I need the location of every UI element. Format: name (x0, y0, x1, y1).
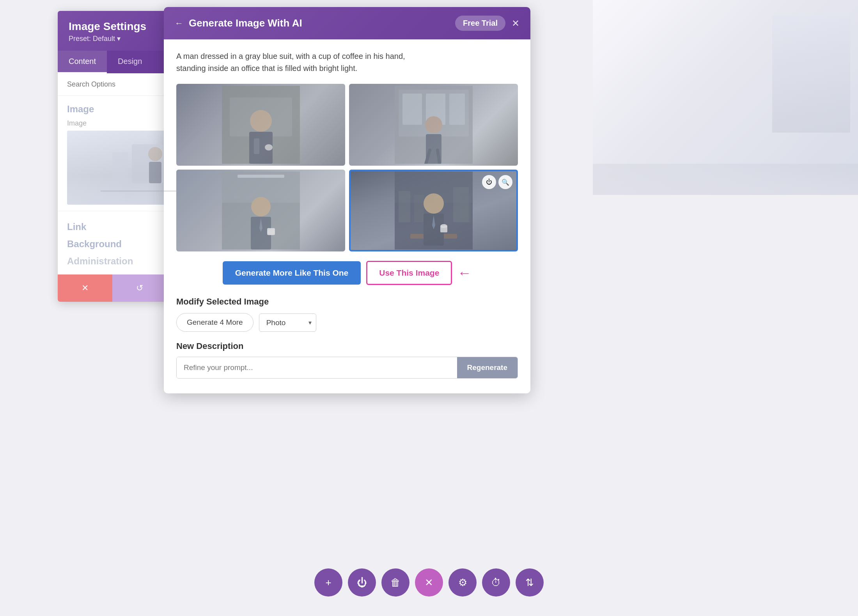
image-4-illustration (395, 172, 473, 250)
image-2-illustration (395, 86, 473, 164)
photo-select-wrapper: Photo Illustration Abstract Realistic (259, 313, 316, 332)
svg-rect-15 (449, 94, 465, 125)
toolbar-delete-button[interactable]: 🗑 (381, 568, 410, 597)
back-button[interactable]: ← (175, 18, 183, 28)
new-desc-input[interactable] (177, 357, 457, 378)
toolbar-history-button[interactable]: ⏱ (482, 568, 510, 597)
modify-section: Modify Selected Image Generate 4 More Ph… (176, 297, 518, 332)
sidebar-preset[interactable]: Preset: Default ▾ (69, 34, 146, 43)
svg-point-16 (425, 116, 442, 133)
prompt-text: A man dressed in a gray blue suit, with … (176, 50, 518, 74)
action-buttons-row: Generate More Like This One Use This Ima… (176, 261, 518, 285)
svg-point-23 (251, 197, 271, 216)
tab-content[interactable]: Content (58, 51, 107, 73)
selected-image-icons: ⏻ 🔍 (482, 175, 512, 189)
modal-header-left: ← Generate Image With AI (175, 17, 302, 29)
tab-design[interactable]: Design (107, 51, 153, 73)
svg-rect-30 (399, 191, 410, 222)
photo-type-select[interactable]: Photo Illustration Abstract Realistic (259, 313, 316, 332)
svg-point-10 (265, 144, 273, 150)
generate-4-button[interactable]: Generate 4 More (176, 313, 254, 332)
modal-close-button[interactable]: ✕ (512, 19, 519, 28)
image-cell-3[interactable] (176, 170, 345, 251)
image-cell-4[interactable]: ⏻ 🔍 (349, 170, 518, 251)
toolbar-settings-button[interactable]: ⚙ (448, 568, 477, 597)
svg-rect-33 (461, 193, 471, 222)
new-description-section: New Description Regenerate (176, 341, 518, 379)
use-image-button[interactable]: Use This Image (366, 261, 452, 285)
free-trial-badge[interactable]: Free Trial (455, 16, 505, 31)
toolbar-close-button[interactable]: ✕ (415, 568, 443, 597)
background-image-area (593, 0, 858, 195)
svg-rect-9 (254, 138, 259, 154)
modal-body: A man dressed in a gray blue suit, with … (164, 39, 530, 393)
toolbar-power-button[interactable]: ⏻ (348, 568, 376, 597)
modal-header: ← Generate Image With AI Free Trial ✕ (164, 7, 530, 39)
image-cell-3-inner (176, 170, 345, 251)
ai-generate-modal: ← Generate Image With AI Free Trial ✕ A … (164, 7, 530, 393)
svg-rect-31 (414, 195, 424, 222)
generate-more-button[interactable]: Generate More Like This One (223, 261, 361, 285)
svg-rect-1 (112, 152, 128, 183)
image-3-illustration (222, 172, 300, 250)
power-icon-btn[interactable]: ⏻ (482, 175, 496, 189)
svg-line-19 (438, 150, 440, 164)
sidebar-title: Image Settings (69, 20, 146, 33)
regenerate-button[interactable]: Regenerate (457, 357, 518, 378)
svg-rect-3 (149, 162, 161, 183)
svg-rect-13 (402, 94, 422, 125)
svg-rect-22 (238, 175, 284, 178)
building-decoration (772, 16, 850, 133)
image-grid: ⏻ 🔍 (176, 84, 518, 251)
new-desc-row: Regenerate (176, 357, 518, 379)
modal-title: Generate Image With AI (189, 17, 302, 29)
sidebar-title-group: Image Settings Preset: Default ▾ (69, 20, 146, 43)
bottom-toolbar: + ⏻ 🗑 ✕ ⚙ ⏱ ⇅ (314, 568, 544, 597)
svg-point-7 (250, 110, 272, 132)
new-desc-title: New Description (176, 341, 518, 351)
svg-point-2 (148, 147, 162, 161)
zoom-icon-btn[interactable]: 🔍 (498, 175, 512, 189)
modal-header-right: Free Trial ✕ (455, 16, 519, 31)
image-cell-2-inner (349, 84, 518, 166)
svg-point-39 (440, 224, 447, 228)
arrow-indicator: ← (457, 266, 472, 280)
floor-decoration (593, 164, 858, 195)
modify-controls: Generate 4 More Photo Illustration Abstr… (176, 313, 518, 332)
undo-button[interactable]: ↺ (112, 274, 167, 302)
svg-rect-27 (267, 228, 275, 235)
image-cell-1[interactable] (176, 84, 345, 166)
svg-point-35 (424, 193, 444, 214)
cancel-button[interactable]: ✕ (58, 274, 112, 302)
toolbar-adjust-button[interactable]: ⇅ (516, 568, 544, 597)
toolbar-add-button[interactable]: + (314, 568, 342, 597)
preview-illustration (101, 136, 179, 199)
image-1-illustration (222, 86, 300, 164)
image-cell-2[interactable] (349, 84, 518, 166)
image-cell-1-inner (176, 84, 345, 166)
modify-title: Modify Selected Image (176, 297, 518, 307)
